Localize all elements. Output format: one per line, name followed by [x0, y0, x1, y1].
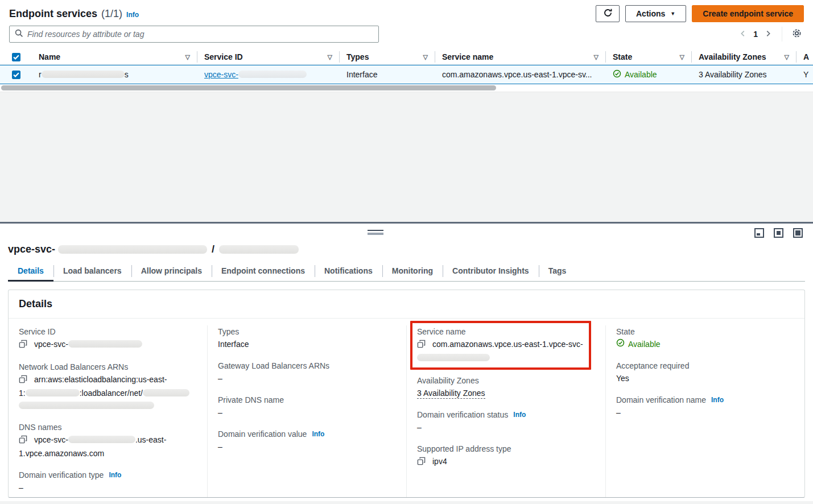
cell-service-id: vpce-svc- — [197, 70, 340, 79]
column-header-service-id[interactable]: Service ID ▽ — [197, 51, 340, 63]
field-availability-zones: Availability Zones 3 Availability Zones — [417, 374, 595, 399]
tab-load-balancers[interactable]: Load balancers — [53, 263, 131, 281]
pagination: 1 — [736, 27, 775, 41]
sort-icon[interactable]: ▽ — [185, 53, 190, 61]
copy-icon[interactable] — [19, 339, 27, 352]
sort-icon[interactable]: ▽ — [594, 53, 599, 61]
search-box[interactable] — [9, 26, 379, 43]
sort-icon[interactable]: ▽ — [680, 53, 684, 61]
column-header-types[interactable]: Types ▽ — [340, 51, 435, 63]
sort-icon[interactable]: ▽ — [328, 53, 332, 61]
chevron-down-icon: ▼ — [670, 11, 675, 16]
copy-icon[interactable] — [19, 374, 27, 387]
tab-allow-principals[interactable]: Allow principals — [131, 263, 212, 281]
service-id-link[interactable]: vpce-svc- — [204, 70, 307, 79]
sort-icon[interactable]: ▽ — [785, 53, 789, 61]
select-all-cell — [0, 51, 32, 63]
pagination-area: 1 — [736, 27, 804, 42]
field-domain-verification-name: Domain verification name Info – — [616, 394, 794, 419]
tab-contributor-insights[interactable]: Contributor Insights — [443, 263, 539, 281]
tab-endpoint-connections[interactable]: Endpoint connections — [212, 263, 315, 281]
status-available-icon — [613, 69, 621, 80]
horizontal-scrollbar[interactable] — [0, 84, 813, 92]
title-info-link[interactable]: Info — [126, 11, 139, 19]
page-header: Endpoint services (1/1) Info Actions ▼ C… — [0, 0, 813, 25]
refresh-icon — [603, 8, 613, 19]
panel-title: vpce-svc- / — [0, 224, 813, 255]
header-actions: Actions ▼ Create endpoint service — [596, 5, 804, 22]
status-badge: Available — [613, 69, 657, 80]
panel-size-controls — [754, 228, 803, 238]
previous-page-button[interactable] — [736, 27, 750, 41]
cell-partial: Y — [797, 70, 813, 79]
details-column-3: Service name com.amazonaws.vpce.us-east-… — [406, 325, 605, 498]
field-network-load-balancers-arns: Network Load Balancers ARNs arn:aws:elas… — [19, 361, 197, 412]
redacted-text — [42, 71, 125, 78]
sort-icon[interactable]: ▽ — [423, 53, 428, 61]
status-available-icon — [616, 338, 625, 350]
panel-tabs: Details Load balancers Allow principals … — [8, 263, 805, 282]
field-state: State Available — [616, 325, 794, 350]
background-gap — [0, 92, 813, 222]
refresh-button[interactable] — [596, 5, 620, 22]
copy-icon[interactable] — [417, 456, 426, 469]
field-domain-verification-status: Domain verification status Info – — [417, 408, 595, 433]
column-header-name[interactable]: Name ▽ — [32, 51, 197, 63]
info-link[interactable]: Info — [312, 428, 324, 440]
scrollbar-thumb[interactable] — [1, 85, 496, 90]
column-header-state[interactable]: State ▽ — [606, 51, 692, 63]
panel-size-small-button[interactable] — [754, 228, 764, 238]
details-card: Details Service ID vpce-svc- Network Loa… — [8, 290, 805, 498]
split-panel-drag-handle[interactable] — [368, 230, 383, 235]
cell-state: Available — [606, 69, 692, 80]
table-toolbar: 1 — [0, 25, 813, 49]
tab-details[interactable]: Details — [8, 263, 53, 281]
details-card-body: Service ID vpce-svc- Network Load Balanc… — [9, 319, 804, 498]
panel-size-medium-button[interactable] — [774, 228, 783, 238]
create-endpoint-service-button[interactable]: Create endpoint service — [692, 5, 804, 22]
field-private-dns-name: Private DNS name – — [218, 394, 396, 419]
panel-small-icon — [757, 233, 760, 236]
current-page[interactable]: 1 — [750, 30, 761, 39]
details-column-4: State Available Acceptance required Yes … — [605, 325, 804, 498]
info-link[interactable]: Info — [711, 394, 724, 406]
cell-name: rs — [32, 70, 197, 79]
details-card-heading: Details — [9, 290, 804, 319]
column-header-partial[interactable]: A — [797, 51, 813, 63]
redacted-text — [58, 245, 207, 254]
tab-tags[interactable]: Tags — [539, 263, 576, 281]
info-link[interactable]: Info — [109, 469, 121, 481]
drag-handle-icon — [368, 233, 383, 235]
search-input[interactable] — [27, 30, 373, 39]
column-header-availability-zones[interactable]: Availability Zones ▽ — [692, 51, 797, 63]
cell-availability-zones: 3 Availability Zones — [692, 70, 797, 79]
next-page-button[interactable] — [761, 27, 775, 41]
copy-icon[interactable] — [19, 435, 27, 447]
redacted-text — [143, 389, 189, 396]
chevron-left-icon — [739, 30, 747, 39]
select-all-checkbox[interactable] — [12, 53, 20, 61]
field-service-name: Service name com.amazonaws.vpce.us-east-… — [417, 325, 584, 364]
redacted-text — [417, 354, 490, 361]
table-header: Name ▽ Service ID ▽ Types ▽ Service name… — [0, 49, 813, 65]
column-header-service-name[interactable]: Service name ▽ — [435, 51, 606, 63]
availability-zones-popover[interactable]: 3 Availability Zones — [699, 70, 767, 79]
cell-types: Interface — [340, 70, 435, 79]
panel-size-large-button[interactable] — [793, 228, 803, 238]
row-checkbox[interactable] — [12, 71, 20, 79]
page-title-group: Endpoint services (1/1) Info — [9, 8, 139, 20]
field-domain-verification-type: Domain verification type Info – — [19, 469, 197, 494]
availability-zones-popover[interactable]: 3 Availability Zones — [417, 389, 485, 399]
preferences-button[interactable] — [789, 27, 804, 42]
tab-monitoring[interactable]: Monitoring — [382, 263, 443, 281]
actions-button[interactable]: Actions ▼ — [625, 5, 686, 22]
copy-icon[interactable] — [417, 339, 426, 352]
info-link[interactable]: Info — [513, 408, 526, 421]
tab-notifications[interactable]: Notifications — [315, 263, 382, 281]
panel-medium-icon — [777, 231, 781, 235]
field-types: Types Interface — [218, 325, 396, 350]
status-badge: Available — [616, 338, 661, 350]
row-select-cell — [0, 71, 32, 79]
page-title: Endpoint services — [9, 8, 97, 20]
table-row[interactable]: rs vpce-svc- Interface com.amazonaws.vpc… — [0, 65, 813, 84]
